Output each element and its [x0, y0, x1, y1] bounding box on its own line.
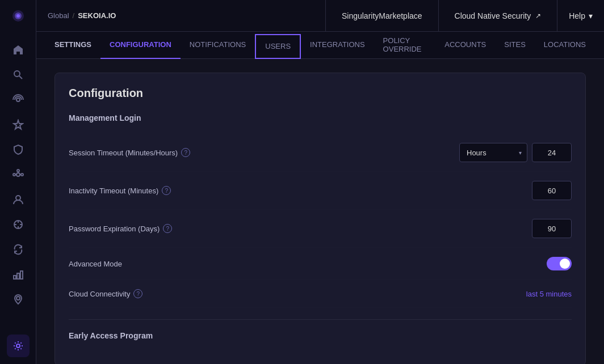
- sidebar-item-radio[interactable]: [7, 88, 30, 111]
- tab-integrations[interactable]: INTEGRATIONS: [301, 32, 374, 59]
- svg-point-8: [21, 173, 23, 176]
- sidebar-item-settings[interactable]: [7, 335, 30, 357]
- breadcrumb-current: SEKOIA.IO: [78, 11, 116, 20]
- main: SETTINGS CONFIGURATION NOTIFICATIONS USE…: [36, 32, 604, 364]
- sidebar-item-chart[interactable]: [7, 263, 30, 286]
- cloud-connectivity-value: last 5 minutes: [526, 290, 572, 298]
- tabs: SETTINGS CONFIGURATION NOTIFICATIONS USE…: [36, 32, 604, 59]
- session-timeout-help-icon[interactable]: ?: [181, 148, 190, 157]
- sidebar-item-kubernetes[interactable]: [7, 213, 30, 236]
- inactivity-timeout-help-icon[interactable]: ?: [162, 186, 171, 195]
- inactivity-timeout-label: Inactivity Timeout (Minutes) ?: [69, 186, 171, 195]
- password-expiration-label: Password Expiration (Days) ?: [69, 224, 172, 233]
- password-expiration-help-icon[interactable]: ?: [163, 224, 172, 233]
- tab-sites[interactable]: SITES: [495, 32, 535, 59]
- external-link-icon: ↗: [535, 12, 541, 20]
- session-timeout-input[interactable]: [532, 143, 572, 162]
- cloud-connectivity-help-icon[interactable]: ?: [133, 289, 142, 298]
- help-button[interactable]: Help ▾: [557, 0, 604, 32]
- config-title: Configuration: [69, 87, 572, 100]
- topbar-right: SingularityMarketplace Cloud Native Secu…: [325, 0, 604, 32]
- svg-point-6: [16, 173, 20, 176]
- svg-point-13: [16, 196, 20, 200]
- breadcrumb-separator: /: [73, 11, 75, 20]
- tab-users[interactable]: USERS: [255, 34, 301, 59]
- svg-rect-19: [14, 276, 16, 279]
- session-timeout-value: Hours Minutes ▾: [459, 143, 572, 162]
- advanced-mode-value: [547, 257, 572, 270]
- session-timeout-unit-wrapper: Hours Minutes ▾: [459, 143, 527, 162]
- tab-configuration[interactable]: CONFIGURATION: [100, 32, 181, 59]
- sidebar-item-network[interactable]: [7, 163, 30, 186]
- sidebar-item-user[interactable]: [7, 188, 30, 211]
- tab-policy-override[interactable]: POLICY OVERRIDE: [374, 32, 436, 59]
- sidebar-item-search[interactable]: [7, 64, 30, 86]
- breadcrumb: Global / SEKOIA.IO: [36, 11, 127, 20]
- svg-rect-20: [17, 273, 19, 279]
- sidebar-item-refresh[interactable]: [7, 238, 30, 261]
- cns-label: Cloud Native Security: [455, 11, 531, 20]
- topbar: Global / SEKOIA.IO SingularityMarketplac…: [0, 0, 604, 32]
- password-expiration-row: Password Expiration (Days) ?: [69, 210, 572, 248]
- content: Configuration Management Login Session T…: [36, 59, 604, 364]
- tab-notifications[interactable]: NOTIFICATIONS: [181, 32, 255, 59]
- inactivity-timeout-value: [532, 181, 572, 200]
- tab-locations[interactable]: LOCATIONS: [535, 32, 595, 59]
- advanced-mode-row: Advanced Mode: [69, 248, 572, 280]
- logo[interactable]: [0, 0, 36, 32]
- sidebar-item-star[interactable]: [7, 113, 30, 136]
- tab-settings[interactable]: SETTINGS: [45, 32, 100, 59]
- svg-point-22: [16, 297, 20, 300]
- svg-line-4: [19, 76, 22, 79]
- marketplace-button[interactable]: SingularityMarketplace: [325, 0, 439, 32]
- configuration-card: Configuration Management Login Session T…: [54, 73, 586, 364]
- inactivity-timeout-row: Inactivity Timeout (Minutes) ?: [69, 172, 572, 210]
- session-timeout-unit-select[interactable]: Hours Minutes: [459, 143, 527, 162]
- advanced-mode-label: Advanced Mode: [69, 260, 122, 268]
- svg-point-9: [17, 170, 19, 172]
- chevron-down-icon: ▾: [589, 11, 593, 20]
- password-expiration-input[interactable]: [532, 219, 572, 238]
- advanced-mode-toggle[interactable]: [547, 257, 572, 270]
- sidebar-item-location[interactable]: [7, 288, 30, 311]
- session-timeout-row: Session Timeout (Minutes/Hours) ? Hours …: [69, 134, 572, 172]
- marketplace-label: SingularityMarketplace: [342, 11, 422, 20]
- svg-point-23: [16, 344, 20, 348]
- help-label: Help: [569, 11, 585, 20]
- early-access-title: Early Access Program: [69, 331, 572, 340]
- inactivity-timeout-input[interactable]: [532, 181, 572, 200]
- svg-point-2: [16, 14, 20, 18]
- breadcrumb-parent[interactable]: Global: [48, 11, 69, 20]
- session-timeout-label: Session Timeout (Minutes/Hours) ?: [69, 148, 190, 157]
- svg-rect-21: [20, 271, 23, 279]
- sidebar: [0, 32, 36, 364]
- cloud-connectivity-row: Cloud Connectivity ? last 5 minutes: [69, 280, 572, 308]
- sidebar-item-home[interactable]: [7, 39, 30, 61]
- svg-point-7: [13, 173, 15, 176]
- svg-point-5: [16, 98, 20, 101]
- cloud-connectivity-label: Cloud Connectivity ?: [69, 289, 142, 298]
- tab-accounts[interactable]: ACCOUNTS: [435, 32, 495, 59]
- section-divider: [69, 319, 572, 320]
- management-login-title: Management Login: [69, 113, 572, 122]
- sidebar-item-shield[interactable]: [7, 138, 30, 161]
- cloud-connectivity-status[interactable]: last 5 minutes: [526, 290, 572, 298]
- svg-point-3: [14, 71, 20, 77]
- cns-button[interactable]: Cloud Native Security ↗: [439, 0, 558, 32]
- password-expiration-value: [532, 219, 572, 238]
